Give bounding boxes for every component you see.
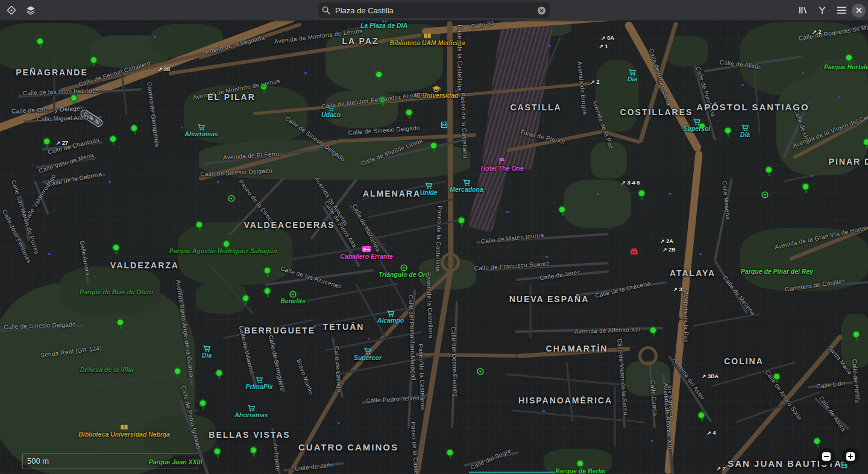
street-label: Camino de Ganapanes: [146, 81, 160, 147]
tree-poi-icon[interactable]: [375, 71, 383, 78]
road: [288, 379, 345, 474]
library-button[interactable]: [794, 1, 812, 19]
street-label: Calle Valle de Mena: [38, 151, 95, 174]
tree-poi-icon[interactable]: [116, 318, 124, 326]
district-label: CHAMARTÍN: [546, 344, 608, 353]
building-dot: [338, 422, 340, 424]
building-dot: [542, 410, 545, 412]
tree-poi-icon[interactable]: [765, 166, 773, 174]
tree-poi-icon[interactable]: [199, 399, 207, 407]
tree-poi-icon[interactable]: [863, 138, 868, 146]
exit-marker: ↗ 0A: [601, 35, 614, 41]
tree-poi-icon[interactable]: [458, 216, 465, 224]
menu-button[interactable]: [832, 1, 851, 19]
tree-poi-icon[interactable]: [446, 449, 454, 457]
green-poi-icon[interactable]: [228, 195, 235, 202]
shop-poi-label: Supercor: [354, 354, 382, 361]
my-location-button[interactable]: [2, 1, 20, 19]
building-dot: [651, 440, 653, 442]
tree-poi-icon[interactable]: [90, 56, 98, 64]
street-label: Calle de Mateo Inurria: [480, 232, 544, 245]
routes-button[interactable]: [813, 1, 831, 19]
building-dot: [368, 338, 370, 340]
hotel-poi-icon[interactable]: [498, 157, 506, 165]
search-input[interactable]: [334, 5, 537, 16]
tree-poi-icon[interactable]: [174, 367, 181, 375]
road: [735, 391, 820, 423]
district-label: NUEVA ESPAÑA: [509, 294, 590, 304]
education-poi-icon[interactable]: [432, 86, 441, 92]
tree-poi-icon[interactable]: [263, 267, 271, 274]
road-roundabout: [638, 346, 658, 365]
road-roundabout: [441, 253, 460, 272]
street-label: Calle del Segre: [469, 447, 512, 471]
tree-poi-icon[interactable]: [697, 411, 705, 419]
street-label: Avenida de la Paz: [682, 291, 689, 343]
tree-poi-icon[interactable]: [813, 437, 821, 445]
tree-poi-icon[interactable]: [195, 221, 203, 229]
tree-poi-icon[interactable]: [213, 447, 221, 455]
tree-poi-icon[interactable]: [845, 54, 853, 62]
menu-icon: [837, 6, 847, 14]
building-dot: [669, 193, 671, 195]
exit-marker: ↗ 3: [673, 286, 682, 292]
street-label: Calle de Asura: [818, 394, 848, 432]
street-label: Calle de Lazaga: [333, 346, 343, 392]
zoom-in-button[interactable]: [842, 448, 859, 465]
tree-poi-icon[interactable]: [130, 124, 138, 132]
layers-button[interactable]: [22, 1, 40, 19]
shop-poi-label: Ahorramas: [184, 130, 218, 137]
close-button[interactable]: [852, 4, 866, 17]
metro-station-icon[interactable]: [441, 122, 448, 128]
tree-poi-icon[interactable]: [250, 446, 257, 454]
green-poi-label: Triángulo de Oro: [379, 271, 429, 278]
education-poi-icon[interactable]: [424, 33, 432, 40]
road: [530, 283, 532, 338]
shop-poi-label: La Plaza de DIA: [360, 22, 407, 29]
tree-poi-icon[interactable]: [802, 183, 810, 191]
search-field[interactable]: [318, 2, 550, 18]
exit-marker: ↗ 2B: [662, 247, 676, 253]
district-label: CASTILLA: [510, 103, 561, 112]
district-label: COLINA: [724, 356, 764, 366]
shop-poi-label: Mercadona: [450, 186, 483, 193]
tree-poi-icon[interactable]: [112, 244, 120, 251]
tree-poi-icon[interactable]: [263, 287, 271, 295]
top-toolbar: [0, 0, 868, 21]
green-poi-icon[interactable]: [761, 191, 769, 198]
tree-poi-icon[interactable]: [109, 135, 117, 143]
district-label: LA PAZ: [342, 36, 379, 46]
tree-poi-icon[interactable]: [43, 137, 51, 145]
exit-marker: ↗ 28: [158, 66, 170, 72]
tree-poi-icon[interactable]: [558, 206, 566, 213]
hotel-poi-icon[interactable]: [362, 246, 371, 253]
tree-poi-icon[interactable]: [405, 109, 413, 116]
district-label: VALDEZARZA: [110, 261, 179, 270]
tree-poi-icon[interactable]: [242, 294, 250, 302]
monument-poi-icon[interactable]: [631, 247, 638, 254]
road: [374, 220, 459, 239]
clear-search-button[interactable]: [537, 6, 546, 15]
tree-poi-icon[interactable]: [649, 326, 657, 334]
tree-poi-icon[interactable]: [36, 37, 44, 45]
tree-poi-icon[interactable]: [70, 94, 78, 102]
district-label: EL PILAR: [207, 92, 256, 102]
education-poi-label: Biblioteca UAM Medicina: [390, 39, 465, 46]
tree-poi-icon[interactable]: [215, 369, 223, 377]
tree-poi-icon[interactable]: [852, 330, 860, 338]
exit-marker: ↗ 1: [599, 43, 608, 49]
tree-poi-icon[interactable]: [724, 127, 732, 134]
green-poi-label: Benefits: [280, 297, 305, 305]
metro-line: [469, 472, 559, 473]
map-canvas[interactable]: La Plaza de DIAUdacoAhorramasMercadonaUn…: [0, 0, 868, 474]
zoom-out-button[interactable]: [818, 448, 835, 465]
tree-poi-icon[interactable]: [576, 460, 584, 467]
tree-poi-icon[interactable]: [638, 189, 646, 197]
education-poi-icon[interactable]: [121, 425, 128, 431]
green-poi-icon[interactable]: [477, 368, 484, 375]
park-poi-label: Parque Hortaleza: [824, 63, 868, 71]
tree-poi-icon[interactable]: [430, 142, 438, 150]
building-dot: [597, 193, 599, 195]
district-label: BELLAS VISTAS: [209, 430, 290, 440]
building-dot: [811, 175, 813, 177]
